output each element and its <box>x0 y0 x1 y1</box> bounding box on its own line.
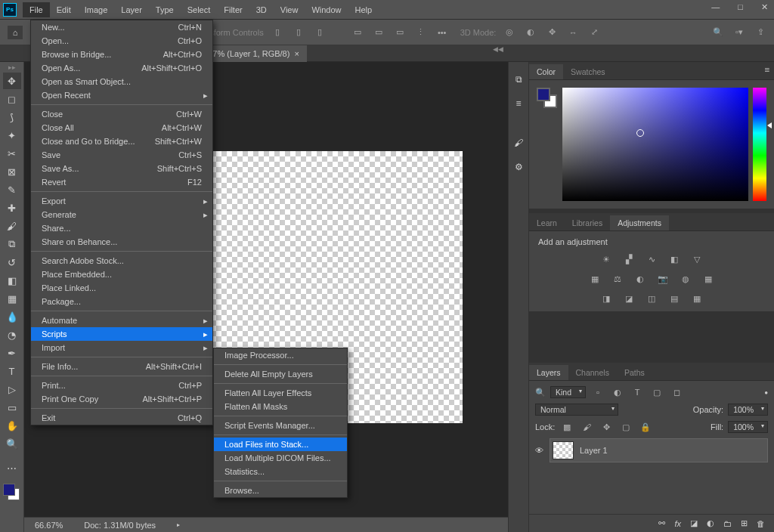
menu-type[interactable]: Type <box>149 2 181 17</box>
lock-all-icon[interactable]: 🔒 <box>638 420 653 434</box>
delete-layer-icon[interactable]: 🗑 <box>757 519 765 528</box>
home-icon[interactable]: ⌂ <box>8 26 23 39</box>
panel-collapse-icon[interactable]: ◀◀ <box>493 45 503 53</box>
hue-pointer[interactable] <box>767 122 772 128</box>
file-menu-item[interactable]: File Info...Alt+Shift+Ctrl+I <box>31 360 212 373</box>
history-panel-icon[interactable]: ⧉ <box>510 71 527 88</box>
file-menu-item[interactable]: Print...Ctrl+P <box>31 379 212 392</box>
file-menu-item[interactable]: Export▸ <box>31 194 212 208</box>
gradient-map-icon[interactable]: ▤ <box>667 292 682 305</box>
gradient-tool[interactable]: ▦ <box>3 290 21 307</box>
layer-style-icon[interactable]: fx <box>674 519 681 528</box>
type-tool[interactable]: T <box>3 363 21 379</box>
color-fg-swatch[interactable] <box>537 88 550 101</box>
tab-libraries[interactable]: Libraries <box>565 215 610 230</box>
file-menu-item[interactable]: Open As...Alt+Shift+Ctrl+O <box>31 61 212 75</box>
layer-filter-kind[interactable]: Kind <box>550 386 586 398</box>
filter-smart-icon[interactable]: ◻ <box>669 385 684 399</box>
menu-layer[interactable]: Layer <box>114 2 149 17</box>
marquee-tool[interactable]: ◻ <box>3 91 21 107</box>
crop-tool[interactable]: ✂ <box>3 145 21 162</box>
brightness-contrast-icon[interactable]: ☀ <box>599 252 614 266</box>
file-menu-item[interactable]: SaveCtrl+S <box>31 148 212 162</box>
scripts-menu-item[interactable]: Flatten All Layer Effects <box>214 386 347 400</box>
eyedropper-tool[interactable]: ✎ <box>3 181 21 198</box>
tab-close-icon[interactable]: × <box>294 49 299 58</box>
edit-toolbar[interactable]: ⋯ <box>3 459 21 476</box>
tab-color[interactable]: Color <box>529 64 563 79</box>
file-menu-item[interactable]: Open...Ctrl+O <box>31 34 212 48</box>
blend-mode-dropdown[interactable]: Normal <box>535 404 618 416</box>
quick-select-tool[interactable]: ✦ <box>3 127 21 144</box>
posterize-icon[interactable]: ◪ <box>621 292 636 305</box>
healing-tool[interactable]: ✚ <box>3 200 21 216</box>
share-icon[interactable]: ⇪ <box>753 25 768 40</box>
lock-transparency-icon[interactable]: ▩ <box>559 420 574 434</box>
invert-icon[interactable]: ◨ <box>599 292 614 305</box>
window-close-icon[interactable]: ✕ <box>761 2 768 12</box>
tab-swatches[interactable]: Swatches <box>563 64 613 79</box>
filter-shape-icon[interactable]: ▢ <box>649 385 664 399</box>
hue-sat-icon[interactable]: ▦ <box>587 272 602 286</box>
blur-tool[interactable]: 💧 <box>3 308 21 325</box>
hand-tool[interactable]: ✋ <box>3 417 21 434</box>
brushes-panel-icon[interactable]: 🖌 <box>510 135 527 151</box>
distribute-icon[interactable]: ⋮ <box>413 25 429 40</box>
filter-type-icon[interactable]: T <box>630 385 645 399</box>
menu-help[interactable]: Help <box>348 2 379 17</box>
scripts-menu-item[interactable]: Browse... <box>214 484 347 497</box>
zoom-level[interactable]: 66.67% <box>35 521 63 530</box>
scripts-menu-item[interactable]: Flatten All Masks <box>214 400 347 413</box>
file-menu-item[interactable]: Import▸ <box>31 341 212 354</box>
document-info[interactable]: Doc: 1.31M/0 bytes <box>84 521 156 530</box>
color-balance-icon[interactable]: ⚖ <box>610 272 625 286</box>
tab-adjustments[interactable]: Adjustments <box>610 215 669 230</box>
layer-row[interactable]: Layer 1 <box>550 438 768 462</box>
file-menu-item[interactable]: Generate▸ <box>31 208 212 221</box>
menu-select[interactable]: Select <box>181 2 218 17</box>
layer-visibility-icon[interactable]: 👁 <box>535 446 543 455</box>
opacity-value[interactable]: 100% <box>728 404 768 416</box>
pen-tool[interactable]: ✒ <box>3 345 21 361</box>
lock-artboard-icon[interactable]: ▢ <box>618 420 633 434</box>
selective-color-icon[interactable]: ▦ <box>689 292 704 305</box>
scripts-menu-item[interactable]: Load Multiple DICOM Files... <box>214 451 347 465</box>
tab-channels[interactable]: Channels <box>568 365 617 380</box>
path-select-tool[interactable]: ▷ <box>3 381 21 397</box>
channel-mixer-icon[interactable]: ◍ <box>678 272 693 286</box>
layers-panel-menu-icon[interactable]: ≡ <box>765 65 769 74</box>
file-menu-item[interactable]: CloseCtrl+W <box>31 107 212 121</box>
rectangle-tool[interactable]: ▭ <box>3 399 21 416</box>
file-menu-item[interactable]: ExitCtrl+Q <box>31 411 212 425</box>
file-menu-item[interactable]: New...Ctrl+N <box>31 20 212 34</box>
bw-icon[interactable]: ◐ <box>633 272 648 286</box>
new-group-icon[interactable]: 🗀 <box>723 519 732 528</box>
layer-name[interactable]: Layer 1 <box>580 446 608 455</box>
tab-layers[interactable]: Layers <box>529 365 568 380</box>
3d-scale-icon[interactable]: ⤢ <box>587 25 602 40</box>
exposure-icon[interactable]: ◧ <box>667 252 682 266</box>
curves-icon[interactable]: ∿ <box>644 252 659 266</box>
brush-tool[interactable]: 🖌 <box>3 218 21 234</box>
layer-thumbnail[interactable] <box>553 441 574 459</box>
scripts-menu-item[interactable]: Delete All Empty Layers <box>214 367 347 381</box>
file-menu-item[interactable]: Share on Behance... <box>31 235 212 249</box>
menu-filter[interactable]: Filter <box>217 2 249 17</box>
file-menu-item[interactable]: Search Adobe Stock... <box>31 254 212 268</box>
lock-position-icon[interactable]: ✥ <box>599 420 614 434</box>
tab-learn[interactable]: Learn <box>529 215 565 230</box>
saturation-field[interactable] <box>562 88 748 201</box>
dodge-tool[interactable]: ◔ <box>3 326 21 343</box>
3d-roll-icon[interactable]: ◐ <box>523 25 538 40</box>
zoom-tool[interactable]: 🔍 <box>3 435 21 452</box>
lasso-tool[interactable]: ⟆ <box>3 109 21 125</box>
fill-value[interactable]: 100% <box>728 421 768 433</box>
file-menu-item[interactable]: Place Embedded... <box>31 268 212 281</box>
layer-mask-icon[interactable]: ◪ <box>690 518 698 528</box>
3d-orbit-icon[interactable]: ◎ <box>502 25 517 40</box>
file-menu-item[interactable]: Open as Smart Object... <box>31 75 212 88</box>
menu-image[interactable]: Image <box>78 2 115 17</box>
file-menu-item[interactable]: Save As...Shift+Ctrl+S <box>31 162 212 175</box>
history-brush-tool[interactable]: ↺ <box>3 254 21 271</box>
link-layers-icon[interactable]: ⚯ <box>658 518 665 528</box>
